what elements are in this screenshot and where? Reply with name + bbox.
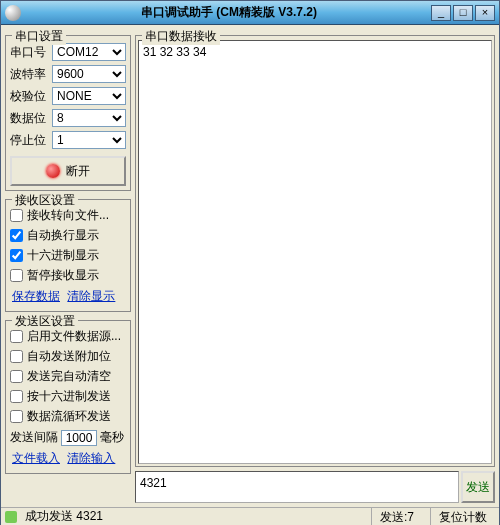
interval-unit: 毫秒: [100, 429, 124, 446]
status-ok-icon: [5, 511, 17, 523]
sent-count: 7: [407, 510, 414, 524]
rx-redirect-file-check[interactable]: 接收转向文件...: [10, 207, 126, 224]
app-window: 串口调试助手 (CM精装版 V3.7.2) _ □ × 串口设置 串口号 COM…: [0, 0, 500, 525]
window-title: 串口调试助手 (CM精装版 V3.7.2): [27, 4, 431, 21]
app-icon: [5, 5, 21, 21]
tx-auto-clear-check[interactable]: 发送完自动清空: [10, 368, 126, 385]
stopbits-select[interactable]: 1: [52, 131, 126, 149]
send-input[interactable]: 4321: [135, 471, 459, 503]
port-settings-legend: 串口设置: [12, 28, 66, 45]
clear-input-link[interactable]: 清除输入: [67, 451, 115, 465]
com-select[interactable]: COM12: [52, 43, 126, 61]
interval-label: 发送间隔: [10, 429, 58, 446]
statusbar: 成功发送 4321 发送:7 复位计数: [1, 507, 499, 525]
tx-hex-check[interactable]: 按十六进制发送: [10, 388, 126, 405]
maximize-button[interactable]: □: [453, 5, 473, 21]
databits-label: 数据位: [10, 110, 52, 127]
tx-settings-legend: 发送区设置: [12, 313, 78, 330]
clear-display-link[interactable]: 清除显示: [67, 289, 115, 303]
rx-settings-group: 接收区设置 接收转向文件... 自动换行显示 十六进制显示 暂停接收显示 保存数…: [5, 199, 131, 312]
send-button[interactable]: 发送: [461, 471, 495, 503]
rx-textarea[interactable]: 31 32 33 34: [138, 40, 492, 464]
minimize-button[interactable]: _: [431, 5, 451, 21]
rx-settings-legend: 接收区设置: [12, 192, 78, 209]
save-data-link[interactable]: 保存数据: [12, 289, 60, 303]
interval-input[interactable]: [61, 430, 97, 446]
reset-counter-link[interactable]: 复位计数: [430, 508, 495, 525]
parity-select[interactable]: NONE: [52, 87, 126, 105]
sent-label: 发送:: [380, 510, 407, 524]
disconnect-label: 断开: [66, 163, 90, 180]
disconnect-button[interactable]: 断开: [10, 156, 126, 186]
stopbits-label: 停止位: [10, 132, 52, 149]
titlebar[interactable]: 串口调试助手 (CM精装版 V3.7.2) _ □ ×: [1, 1, 499, 25]
close-button[interactable]: ×: [475, 5, 495, 21]
com-label: 串口号: [10, 44, 52, 61]
port-settings-group: 串口设置 串口号 COM12 波特率 9600 校验位 NONE 数据位 8: [5, 35, 131, 191]
baud-select[interactable]: 9600: [52, 65, 126, 83]
tx-auto-append-check[interactable]: 自动发送附加位: [10, 348, 126, 365]
file-load-link[interactable]: 文件载入: [12, 451, 60, 465]
status-text: 成功发送 4321: [25, 508, 103, 525]
tx-loop-check[interactable]: 数据流循环发送: [10, 408, 126, 425]
record-dot-icon: [46, 164, 60, 178]
rx-data-group: 串口数据接收 31 32 33 34: [135, 35, 495, 467]
rx-hex-check[interactable]: 十六进制显示: [10, 247, 126, 264]
databits-select[interactable]: 8: [52, 109, 126, 127]
parity-label: 校验位: [10, 88, 52, 105]
tx-settings-group: 发送区设置 启用文件数据源... 自动发送附加位 发送完自动清空 按十六进制发送…: [5, 320, 131, 474]
baud-label: 波特率: [10, 66, 52, 83]
tx-file-source-check[interactable]: 启用文件数据源...: [10, 328, 126, 345]
rx-data-legend: 串口数据接收: [142, 28, 220, 45]
rx-autowrap-check[interactable]: 自动换行显示: [10, 227, 126, 244]
rx-pause-check[interactable]: 暂停接收显示: [10, 267, 126, 284]
